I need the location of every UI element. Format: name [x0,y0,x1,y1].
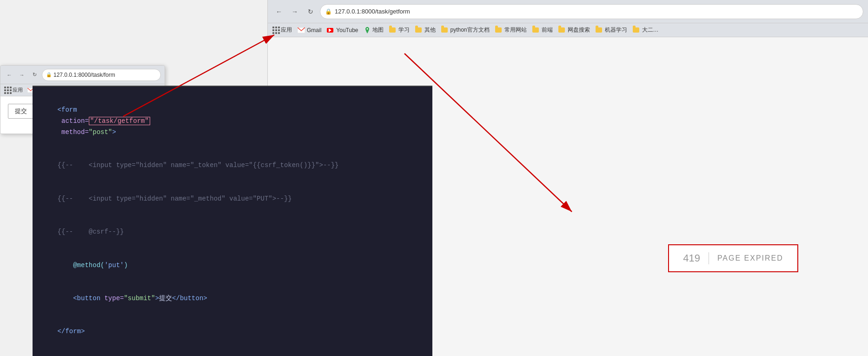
right-chrome-bar: ← → ↻ 🔒 127.0.0.1:8000/task/getform [268,0,868,23]
maps-icon [364,27,371,34]
folder-other-label: 其他 [424,26,436,34]
forward-button[interactable]: → [288,5,301,18]
code-line-4: {{-- @csrf--}} [42,215,423,249]
code-comment-4: {{-- @csrf--}} [58,228,124,235]
folder-pan-icon [558,27,565,33]
left-apps-bookmark[interactable]: 应用 [4,87,23,94]
code-method-end: ) [124,262,127,269]
code-line-6: <button type="submit">提交</button> [42,282,423,315]
folder-common-icon [495,27,502,33]
maps-bookmark[interactable]: 地图 [364,26,384,34]
code-button-close1: > [155,295,159,302]
youtube-bookmark[interactable]: YouTube [327,27,358,34]
folder-common[interactable]: 常用网站 [495,26,527,34]
code-line-7: </form> [42,316,423,349]
folder-common-label: 常用网站 [504,26,527,34]
code-action-value: "/task/getform" [89,117,150,125]
code-panel: <form action="/task/getform" method="pos… [33,86,432,356]
gmail-bookmark[interactable]: Gmail [298,27,321,34]
address-bar[interactable]: 🔒 127.0.0.1:8000/task/getform [320,4,863,19]
folder-other-icon [415,27,422,33]
left-apps-icon [4,87,11,94]
folder-pan[interactable]: 网盘搜索 [558,26,590,34]
code-type-value: "submit" [124,295,155,302]
left-address-bar[interactable]: 🔒 127.0.0.1:8000/task/form [42,69,161,81]
page-expired-box: 419 PAGE EXPIRED [668,244,798,272]
folder-ml-label: 机器学习 [605,26,627,34]
code-submit-text: 提交 [159,295,172,302]
right-bookmarks-bar: 应用 Gmail YouTube 地图 学习 [268,23,868,37]
left-chrome-bar: ← → ↻ 🔒 127.0.0.1:8000/task/form [0,66,165,84]
folder-frontend-icon [532,27,539,33]
folder-python-label: python官方文档 [451,26,490,34]
youtube-label: YouTube [336,27,358,34]
left-refresh-button[interactable]: ↻ [29,70,40,80]
folder-more-icon [633,27,639,33]
folder-other[interactable]: 其他 [415,26,436,34]
svg-point-1 [366,28,368,29]
refresh-button[interactable]: ↻ [304,5,317,18]
code-line-3: {{-- <input type="hidden" name="_method"… [42,182,423,215]
folder-more[interactable]: 大二… [633,26,659,34]
code-button-close2: </button> [172,295,207,302]
folder-frontend[interactable]: 前端 [532,26,553,34]
folder-python[interactable]: python官方文档 [441,26,490,34]
code-comment-2: {{-- <input type="hidden" name="_token" … [58,161,339,169]
lock-icon: 🔒 [325,8,332,15]
code-method-put: 'put' [104,262,124,269]
code-form-close: > [112,128,116,136]
code-type-attr: type= [100,295,124,302]
code-line-1: <form action="/task/getform" method="pos… [42,94,423,149]
code-comment-3: {{-- <input type="hidden" name="_method"… [58,195,292,202]
folder-ml[interactable]: 机器学习 [596,26,627,34]
left-address-text: 127.0.0.1:8000/task/form [53,72,115,78]
code-line-2: {{-- <input type="hidden" name="_token" … [42,149,423,182]
apps-grid-icon [272,27,279,34]
left-forward-button[interactable]: → [17,70,27,80]
code-method-attr: method= [58,128,89,136]
code-form-tag: <form [58,106,77,114]
left-back-button[interactable]: ← [4,70,14,80]
gmail-icon [298,27,305,33]
code-indent-6 [58,295,73,302]
folder-frontend-label: 前端 [542,26,553,34]
code-method-value: "post" [89,128,112,136]
apps-bookmark[interactable]: 应用 [272,26,292,34]
code-indent-5 [58,262,73,269]
folder-python-icon [441,27,448,33]
apps-label: 应用 [281,26,292,34]
error-text: PAGE EXPIRED [717,254,783,262]
left-lock-icon: 🔒 [46,72,52,77]
back-button[interactable]: ← [272,5,285,18]
folder-more-label: 大二… [642,26,659,34]
folder-pan-label: 网盘搜索 [568,26,590,34]
submit-button[interactable]: 提交 [8,104,34,119]
maps-label: 地图 [372,26,384,34]
code-line-5: @method('put') [42,249,423,282]
code-button-tag: <button [73,295,100,302]
folder-xuexi-icon [389,27,396,33]
gmail-label: Gmail [307,27,321,34]
address-text: 127.0.0.1:8000/task/getform [335,8,410,15]
error-code: 419 [683,252,709,264]
code-form-end: </form> [58,328,85,335]
code-action-attr: action= [58,117,89,125]
left-apps-label: 应用 [13,87,23,94]
folder-ml-icon [596,27,602,33]
youtube-icon [327,28,333,33]
youtube-play-icon [329,28,331,32]
folder-xuexi[interactable]: 学习 [389,26,410,34]
code-method-directive: @method( [73,262,104,269]
folder-xuexi-label: 学习 [398,26,410,34]
